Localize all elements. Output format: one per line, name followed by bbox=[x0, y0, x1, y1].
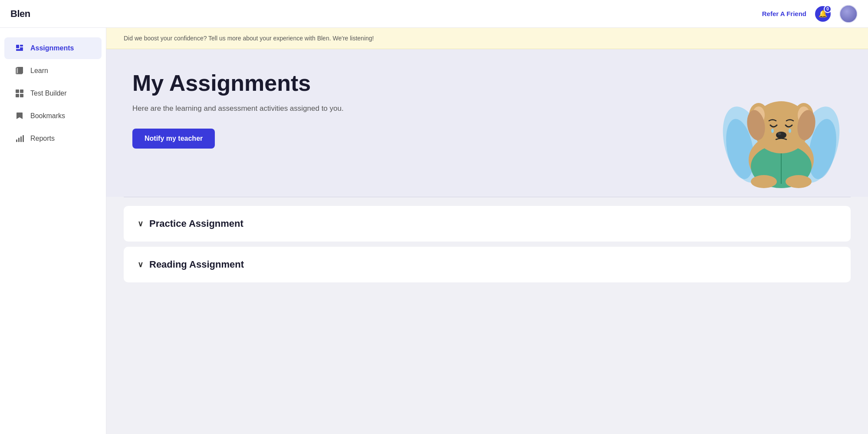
sidebar-learn-label: Learn bbox=[30, 67, 48, 75]
avatar[interactable] bbox=[839, 5, 858, 23]
svg-point-33 bbox=[776, 132, 786, 139]
assignments-list: ∨ Practice Assignment ∨ Reading Assignme… bbox=[106, 197, 868, 296]
header: Blen Refer A Friend 🔔 0 bbox=[0, 0, 868, 28]
test-builder-icon bbox=[15, 89, 24, 98]
sidebar-item-test-builder[interactable]: Test Builder bbox=[4, 83, 102, 104]
sidebar-item-reports[interactable]: Reports bbox=[4, 128, 102, 149]
svg-point-32 bbox=[789, 129, 791, 133]
sidebar-assignments-label: Assignments bbox=[30, 44, 74, 52]
reading-assignment-card: ∨ Reading Assignment bbox=[124, 247, 851, 282]
reports-icon bbox=[15, 134, 24, 143]
practice-chevron-icon: ∨ bbox=[138, 219, 143, 229]
sidebar: Assignments Learn Test Bu bbox=[0, 28, 106, 434]
practice-assignment-card: ∨ Practice Assignment bbox=[124, 206, 851, 242]
hero-subtitle: Here are the learning and assessment act… bbox=[132, 104, 344, 113]
hero-content: My Assignments Here are the learning and… bbox=[132, 71, 344, 149]
sidebar-bookmarks-label: Bookmarks bbox=[30, 112, 65, 120]
svg-rect-12 bbox=[18, 138, 20, 142]
reading-chevron-icon: ∨ bbox=[138, 260, 143, 269]
learn-icon bbox=[15, 66, 24, 76]
avatar-image bbox=[840, 6, 857, 22]
main-content: Did we boost your confidence? Tell us mo… bbox=[106, 28, 868, 434]
svg-point-34 bbox=[778, 133, 781, 135]
hero-illustration bbox=[720, 58, 842, 188]
svg-point-31 bbox=[771, 129, 774, 133]
sidebar-item-learn[interactable]: Learn bbox=[4, 60, 102, 82]
page-title: My Assignments bbox=[132, 71, 344, 96]
svg-rect-6 bbox=[18, 67, 23, 73]
sidebar-item-assignments[interactable]: Assignments bbox=[4, 37, 102, 59]
svg-rect-8 bbox=[20, 89, 23, 93]
svg-rect-3 bbox=[16, 49, 23, 51]
svg-rect-9 bbox=[16, 94, 19, 97]
reading-assignment-header[interactable]: ∨ Reading Assignment bbox=[124, 247, 851, 282]
header-right: Refer A Friend 🔔 0 bbox=[762, 5, 858, 23]
svg-rect-0 bbox=[16, 45, 19, 48]
practice-assignment-title: Practice Assignment bbox=[149, 218, 243, 229]
layout: Assignments Learn Test Bu bbox=[0, 28, 868, 434]
svg-rect-13 bbox=[20, 136, 22, 142]
banner-text: Did we boost your confidence? Tell us mo… bbox=[124, 35, 374, 42]
svg-rect-10 bbox=[20, 94, 23, 97]
banner: Did we boost your confidence? Tell us mo… bbox=[106, 28, 868, 49]
svg-rect-14 bbox=[23, 135, 24, 142]
notification-badge: 0 bbox=[824, 5, 832, 13]
svg-rect-7 bbox=[16, 89, 19, 93]
notification-button[interactable]: 🔔 0 bbox=[815, 6, 831, 22]
bookmarks-icon bbox=[15, 111, 24, 121]
sidebar-item-bookmarks[interactable]: Bookmarks bbox=[4, 105, 102, 127]
practice-assignment-header[interactable]: ∨ Practice Assignment bbox=[124, 206, 851, 242]
assignments-icon bbox=[15, 43, 24, 53]
sidebar-test-builder-label: Test Builder bbox=[30, 89, 67, 97]
refer-friend-link[interactable]: Refer A Friend bbox=[762, 10, 806, 17]
svg-rect-1 bbox=[20, 45, 23, 46]
svg-point-23 bbox=[786, 175, 812, 188]
hero-section: My Assignments Here are the learning and… bbox=[106, 49, 868, 197]
logo: Blen bbox=[10, 8, 30, 20]
svg-point-22 bbox=[751, 175, 777, 188]
svg-rect-11 bbox=[16, 139, 17, 142]
notify-teacher-button[interactable]: Notify my teacher bbox=[132, 129, 215, 149]
reading-assignment-title: Reading Assignment bbox=[149, 259, 244, 270]
crying-dog-svg bbox=[720, 58, 842, 188]
svg-rect-2 bbox=[20, 47, 23, 49]
sidebar-reports-label: Reports bbox=[30, 135, 55, 142]
